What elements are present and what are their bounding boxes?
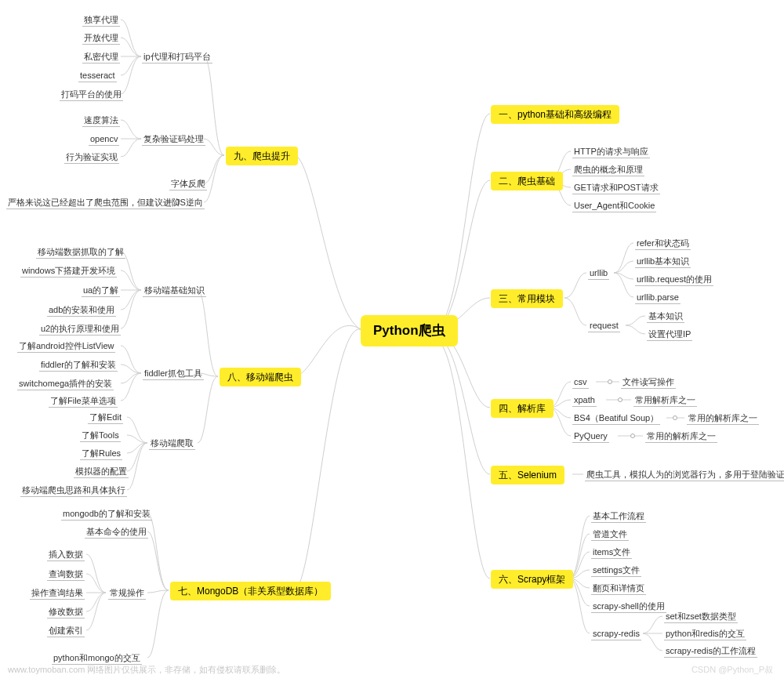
branch-2[interactable]: 二、爬虫基础	[491, 172, 563, 190]
b3-u1[interactable]: urllib基本知识	[635, 256, 691, 268]
b8-c4[interactable]: 移动端爬虫思路和具体执行	[20, 484, 127, 497]
b8-f3[interactable]: 了解File菜单选项	[49, 395, 118, 408]
b9-js-note: 严格来说这已经超出了爬虫范围，但建议进阶	[6, 197, 182, 209]
b6-redis[interactable]: scrapy-redis	[591, 628, 641, 640]
b8-f2[interactable]: switchomega插件的安装	[17, 378, 114, 390]
b7-ops[interactable]: 常规操作	[108, 587, 146, 600]
b9-i1[interactable]: 开放代理	[82, 32, 120, 45]
watermark-right: CSDN @Python_P叔	[691, 664, 773, 676]
b2-c1[interactable]: 爬虫的概念和原理	[572, 164, 644, 176]
b4-csv[interactable]: csv	[572, 376, 589, 389]
b9-ip[interactable]: ip代理和打码平台	[142, 51, 212, 63]
b9-v2[interactable]: 行为验证实现	[64, 151, 119, 164]
b6-c4[interactable]: 翻页和详情页	[591, 582, 646, 595]
b9-i3[interactable]: tesseract	[78, 70, 117, 82]
b3-r0[interactable]: 基本知识	[647, 310, 684, 323]
branch-3[interactable]: 三、常用模块	[491, 289, 563, 308]
b8-f0[interactable]: 了解android控件ListView	[17, 340, 115, 353]
b4-bs4-note: 常用的解析库之一	[687, 412, 759, 425]
b2-c3[interactable]: User_Agent和Cookie	[572, 200, 656, 212]
b8-basic[interactable]: 移动端基础知识	[143, 285, 206, 297]
b2-c0[interactable]: HTTP的请求与响应	[572, 146, 650, 158]
branch-4[interactable]: 四、解析库	[491, 399, 554, 418]
b4-csv-note: 文件读写操作	[621, 376, 676, 389]
b8-fiddler[interactable]: fiddler抓包工具	[143, 368, 204, 380]
b7-c0[interactable]: mongodb的了解和安装	[61, 508, 152, 521]
b6-r0[interactable]: set和zset数据类型	[664, 611, 738, 623]
b6-r2[interactable]: scrapy-redis的工作流程	[664, 645, 757, 658]
b3-u0[interactable]: refer和状态码	[635, 238, 691, 250]
b9-v0[interactable]: 速度算法	[82, 114, 120, 127]
b3-request[interactable]: request	[588, 320, 620, 332]
b8-f1[interactable]: fiddler的了解和安装	[39, 359, 118, 372]
b3-u2[interactable]: urllib.request的使用	[635, 274, 713, 286]
b4-xpath-note: 常用解析库之一	[633, 394, 697, 407]
b7-o4[interactable]: 创建索引	[47, 625, 85, 637]
b8-b3[interactable]: adb的安装和使用	[47, 304, 116, 317]
dot-icon	[630, 434, 635, 438]
root-label: Python爬虫	[373, 323, 445, 338]
b3-u3[interactable]: urllib.parse	[635, 292, 681, 304]
root-node[interactable]: Python爬虫	[361, 315, 458, 346]
b7-c1[interactable]: 基本命令的使用	[85, 526, 148, 539]
branch-8[interactable]: 八、移动端爬虫	[220, 368, 301, 386]
dot-icon	[673, 415, 677, 420]
b4-pyquery[interactable]: PyQuery	[572, 430, 609, 443]
b8-b2[interactable]: ua的了解	[82, 285, 120, 297]
b6-r1[interactable]: python和redis的交互	[664, 628, 746, 640]
b8-c1[interactable]: 了解Tools	[80, 430, 121, 442]
b8-b1[interactable]: windows下搭建开发环境	[20, 265, 117, 278]
b9-i2[interactable]: 私密代理	[82, 51, 120, 63]
dot-icon	[608, 379, 612, 384]
b6-c3[interactable]: settings文件	[591, 564, 641, 577]
b9-captcha[interactable]: 复杂验证码处理	[142, 133, 205, 146]
b3-urllib[interactable]: urllib	[588, 267, 609, 280]
b4-pyq-note: 常用的解析库之一	[645, 430, 717, 443]
b6-c0[interactable]: 基本工作流程	[591, 510, 646, 523]
b6-c2[interactable]: items文件	[591, 546, 632, 559]
b4-bs4[interactable]: BS4（Beatiful Soup）	[572, 412, 660, 425]
b8-b4[interactable]: u2的执行原理和使用	[39, 323, 121, 336]
branch-6[interactable]: 六、Scrapy框架	[491, 570, 573, 589]
b8-c0[interactable]: 了解Edit	[88, 412, 123, 424]
b3-r1[interactable]: 设置代理IP	[647, 328, 692, 341]
b7-c3[interactable]: python和mongo的交互	[52, 652, 142, 665]
b4-xpath[interactable]: xpath	[572, 394, 597, 407]
branch-7[interactable]: 七、MongoDB（非关系型数据库）	[170, 582, 331, 600]
b8-b0[interactable]: 移动端数据抓取的了解	[36, 246, 125, 259]
b7-o0[interactable]: 插入数据	[47, 549, 85, 561]
b7-o2[interactable]: 操作查询结果	[30, 587, 85, 600]
watermark-left: www.toymoban.com 网络图片仅供展示，非存储，如有侵权请联系删除。	[8, 664, 285, 676]
b8-c2[interactable]: 了解Rules	[80, 448, 122, 460]
b6-c5[interactable]: scrapy-shell的使用	[591, 600, 666, 613]
b7-o1[interactable]: 查询数据	[47, 568, 85, 581]
b9-i0[interactable]: 独享代理	[82, 14, 120, 27]
b9-i4[interactable]: 打码平台的使用	[60, 89, 123, 101]
b9-font[interactable]: 字体反爬	[169, 178, 207, 190]
b6-c1[interactable]: 管道文件	[591, 528, 629, 541]
b2-c2[interactable]: GET请求和POST请求	[572, 182, 660, 194]
b5-note: 爬虫工具，模拟人为的浏览器行为，多用于登陆验证	[585, 469, 784, 481]
branch-5[interactable]: 五、Selenium	[491, 466, 564, 484]
dot-icon	[618, 397, 622, 402]
b9-v1[interactable]: opencv	[89, 133, 119, 146]
b8-crawl[interactable]: 移动端爬取	[149, 437, 195, 450]
b8-c3[interactable]: 模拟器的配置	[74, 466, 129, 478]
branch-9[interactable]: 九、爬虫提升	[226, 147, 298, 165]
b7-o3[interactable]: 修改数据	[47, 606, 85, 619]
branch-1[interactable]: 一、python基础和高级编程	[491, 105, 619, 124]
